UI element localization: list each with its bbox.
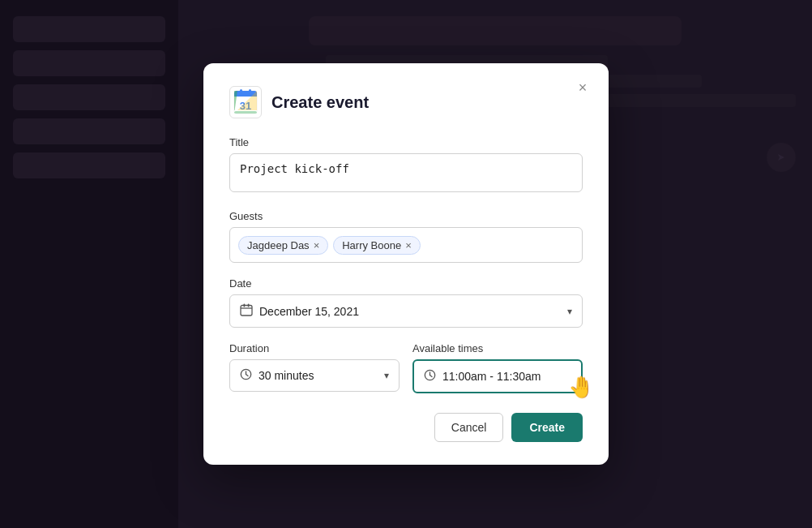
duration-field-group: Duration 30 minutes ▾ [229, 342, 400, 393]
modal-footer: Cancel Create [229, 413, 583, 442]
date-label: Date [229, 277, 583, 290]
svg-line-19 [430, 376, 433, 377]
chevron-down-icon: ▾ [567, 306, 572, 317]
clock-icon-time [424, 369, 436, 384]
duration-value: 30 minutes [259, 369, 314, 382]
remove-guest-jagdeep[interactable]: × [314, 240, 320, 251]
svg-line-16 [246, 375, 249, 376]
time-wrapper: 11:00am - 11:30am 🤚 [412, 359, 583, 393]
modal-header: 31 Create event [229, 86, 583, 118]
guest-tag-harry: Harry Boone × [333, 236, 421, 255]
svg-rect-4 [249, 89, 251, 94]
svg-rect-9 [234, 111, 257, 114]
guests-input[interactable]: Jagdeep Das × Harry Boone × [229, 227, 583, 263]
calendar-icon [240, 303, 253, 319]
guest-name-harry: Harry Boone [342, 239, 401, 251]
title-field-group: Title Project kick-off [229, 136, 583, 195]
title-label: Title [229, 136, 583, 148]
available-times-value: 11:00am - 11:30am [442, 370, 541, 383]
close-button[interactable]: × [571, 76, 594, 99]
svg-rect-3 [240, 89, 242, 94]
modal-wrapper: 31 Create event × Title Project kick-off… [0, 0, 812, 528]
title-input[interactable]: Project kick-off [229, 153, 583, 192]
cancel-button[interactable]: Cancel [434, 413, 504, 442]
svg-rect-12 [244, 304, 246, 307]
guest-tag-jagdeep: Jagdeep Das × [238, 236, 328, 255]
date-select-inner: December 15, 2021 [240, 303, 359, 319]
time-select-inner: 11:00am - 11:30am [424, 369, 541, 384]
guests-label: Guests [229, 210, 583, 222]
modal-title: Create event [271, 93, 369, 112]
chevron-down-icon-duration: ▾ [384, 370, 389, 381]
clock-icon [240, 368, 252, 383]
duration-select[interactable]: 30 minutes ▾ [229, 359, 400, 392]
google-calendar-icon: 31 [229, 86, 262, 118]
duration-time-row: Duration 30 minutes ▾ [229, 342, 583, 393]
guests-field-group: Guests Jagdeep Das × Harry Boone × [229, 210, 583, 263]
guest-name-jagdeep: Jagdeep Das [247, 239, 310, 251]
available-times-field-group: Available times 11:00am - 11:30a [412, 342, 583, 393]
available-times-label: Available times [412, 342, 583, 354]
date-select[interactable]: December 15, 2021 ▾ [229, 294, 583, 328]
svg-rect-13 [248, 304, 250, 307]
duration-select-inner: 30 minutes [240, 368, 314, 383]
available-times-select[interactable]: 11:00am - 11:30am [412, 359, 583, 393]
duration-label: Duration [229, 342, 400, 354]
date-value: December 15, 2021 [259, 305, 359, 318]
create-event-modal: 31 Create event × Title Project kick-off… [203, 63, 609, 465]
svg-rect-10 [241, 306, 252, 316]
remove-guest-harry[interactable]: × [405, 240, 412, 251]
create-button[interactable]: Create [511, 413, 583, 442]
date-field-group: Date December 15, 2021 ▾ [229, 277, 583, 328]
